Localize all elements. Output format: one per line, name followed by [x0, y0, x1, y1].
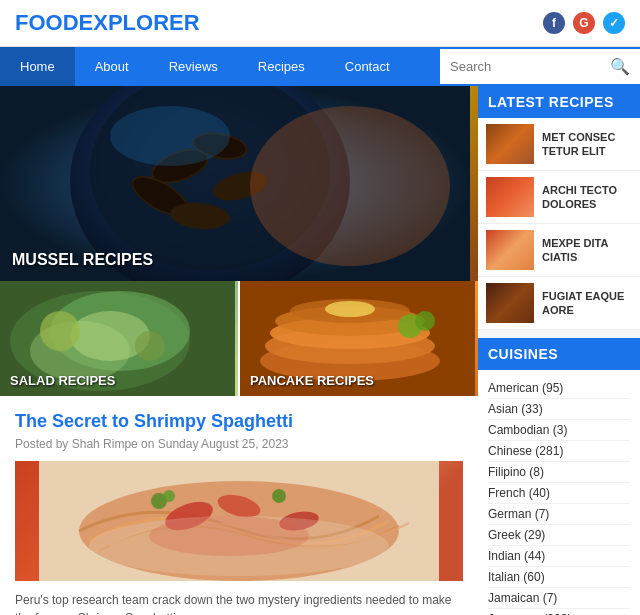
svg-point-35: [163, 490, 175, 502]
pancake-label: PANCAKE RECIPES: [250, 373, 374, 388]
nav-items: Home About Reviews Recipes Contact: [0, 47, 440, 86]
hero-bottom: SALAD RECIPES: [0, 281, 478, 396]
nav-about[interactable]: About: [75, 47, 149, 86]
social-icons: f G ✓: [543, 12, 625, 34]
main-layout: MUSSEL RECIPES: [0, 86, 640, 615]
hero-section: MUSSEL RECIPES: [0, 86, 478, 396]
cuisine-item-7[interactable]: Greek (29): [488, 525, 630, 546]
article-1-meta: Posted by Shah Rimpe on Sunday August 25…: [15, 437, 463, 451]
svg-point-36: [272, 489, 286, 503]
recipe-thumb-2: [486, 177, 534, 217]
main-content: MUSSEL RECIPES: [0, 86, 478, 615]
recipe-thumb-1: [486, 124, 534, 164]
cuisines-header: CUISINES: [478, 338, 640, 370]
cuisine-item-2[interactable]: Cambodian (3): [488, 420, 630, 441]
recipe-thumb-4: [486, 283, 534, 323]
facebook-icon[interactable]: f: [543, 12, 565, 34]
logo-food: FOOD: [15, 10, 79, 35]
cuisine-item-9[interactable]: Italian (60): [488, 567, 630, 588]
nav-home[interactable]: Home: [0, 47, 75, 86]
svg-point-38: [89, 516, 389, 576]
svg-point-11: [110, 106, 230, 166]
logo-explorer: EXPLORER: [79, 10, 200, 35]
cuisine-item-6[interactable]: German (7): [488, 504, 630, 525]
recipe-title-3: MEXPE DITA CIATIS: [542, 236, 632, 265]
article-1-text: Peru's top research team crack down the …: [15, 591, 463, 615]
cuisines-section: CUISINES American (95)Asian (33)Cambodia…: [478, 338, 640, 615]
nav-reviews[interactable]: Reviews: [149, 47, 238, 86]
cuisine-item-5[interactable]: French (40): [488, 483, 630, 504]
search-container: 🔍: [440, 49, 640, 84]
salad-label: SALAD RECIPES: [10, 373, 115, 388]
pancake-section[interactable]: PANCAKE RECIPES: [240, 281, 478, 396]
cuisine-item-3[interactable]: Chinese (281): [488, 441, 630, 462]
mussel-label: MUSSEL RECIPES: [12, 251, 153, 269]
nav-recipes[interactable]: Recipes: [238, 47, 325, 86]
article-1-title[interactable]: The Secret to Shrimpy Spaghetti: [15, 411, 463, 432]
cuisine-item-8[interactable]: Indian (44): [488, 546, 630, 567]
header: FOODEXPLORER f G ✓: [0, 0, 640, 47]
recipe-item-3[interactable]: MEXPE DITA CIATIS: [478, 224, 640, 277]
recipe-thumb-3: [486, 230, 534, 270]
svg-point-12: [250, 106, 450, 266]
nav-contact[interactable]: Contact: [325, 47, 410, 86]
cuisine-item-4[interactable]: Filipino (8): [488, 462, 630, 483]
sidebar: LATEST RECIPES MET CONSEC TETUR ELIT ARC…: [478, 86, 640, 615]
recipe-item-1[interactable]: MET CONSEC TETUR ELIT: [478, 118, 640, 171]
recipe-item-2[interactable]: ARCHI TECTO DOLORES: [478, 171, 640, 224]
svg-point-26: [325, 301, 375, 317]
search-input[interactable]: [440, 51, 600, 82]
salad-section[interactable]: SALAD RECIPES: [0, 281, 240, 396]
cuisines-list: American (95)Asian (33)Cambodian (3)Chin…: [478, 370, 640, 615]
latest-recipes-header: LATEST RECIPES: [478, 86, 640, 118]
googleplus-icon[interactable]: G: [573, 12, 595, 34]
svg-point-19: [135, 331, 165, 361]
recipe-title-4: FUGIAT EAQUE AORE: [542, 289, 632, 318]
cuisine-item-11[interactable]: Japanese (202): [488, 609, 630, 615]
cuisine-item-10[interactable]: Jamaican (7): [488, 588, 630, 609]
recipe-title-1: MET CONSEC TETUR ELIT: [542, 130, 632, 159]
cuisine-item-0[interactable]: American (95): [488, 378, 630, 399]
svg-point-28: [415, 311, 435, 331]
latest-recipes-section: LATEST RECIPES MET CONSEC TETUR ELIT ARC…: [478, 86, 640, 330]
article-1-image: [15, 461, 463, 581]
cuisine-item-1[interactable]: Asian (33): [488, 399, 630, 420]
logo: FOODEXPLORER: [15, 10, 200, 36]
hero-top[interactable]: MUSSEL RECIPES: [0, 86, 478, 281]
search-button[interactable]: 🔍: [600, 49, 640, 84]
svg-point-18: [40, 311, 80, 351]
article-1: The Secret to Shrimpy Spaghetti Posted b…: [0, 396, 478, 615]
recipe-title-2: ARCHI TECTO DOLORES: [542, 183, 632, 212]
recipe-item-4[interactable]: FUGIAT EAQUE AORE: [478, 277, 640, 330]
navigation: Home About Reviews Recipes Contact 🔍: [0, 47, 640, 86]
twitter-icon[interactable]: ✓: [603, 12, 625, 34]
